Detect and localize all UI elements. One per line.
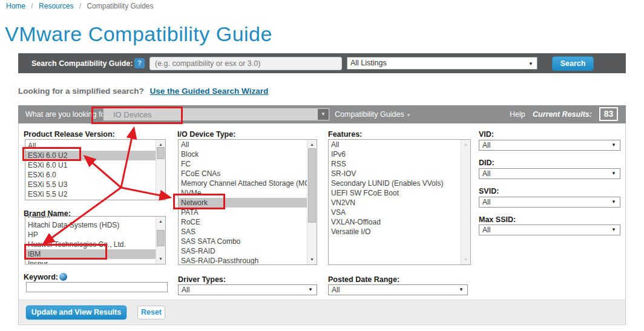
list-item[interactable]: ESXi 6.0 U1 [25, 160, 156, 170]
list-item[interactable]: FC [179, 159, 307, 169]
list-item[interactable]: Hitachi [25, 216, 156, 220]
scroll-up-icon: ▲ [461, 140, 470, 149]
did-select[interactable]: All ▼ [479, 168, 620, 179]
list-item[interactable]: Hitachi Data Systems (HDS) [25, 220, 156, 230]
io-device-type-label: I/O Device Type: [177, 130, 235, 139]
page-title: VMware Compatibility Guide [5, 22, 272, 46]
scrollbar-thumb[interactable] [308, 148, 316, 223]
list-item[interactable]: IPv6 [329, 149, 461, 159]
scrollbar[interactable]: ▲ ▼ [307, 140, 317, 264]
features-listbox[interactable]: AllIPv6RSSSR-IOVSecondary LUNID (Enables… [328, 139, 471, 265]
filter-bar: What are you looking for: IO Devices ▼ C… [18, 105, 626, 123]
compatibility-guides-menu[interactable]: Compatibility Guides▾ [335, 110, 410, 119]
product-release-listbox[interactable]: AllESXi 6.0 U2ESXi 6.0 U1ESXi 6.0ESXi 5.… [25, 139, 166, 200]
breadcrumb-resources-link[interactable]: Resources [39, 2, 73, 10]
chevron-down-icon: ▾ [407, 112, 410, 118]
search-button[interactable]: Search [552, 56, 594, 71]
breadcrumb-separator: / [79, 2, 81, 10]
search-scope-select[interactable]: All Listings ▼ [347, 57, 537, 70]
breadcrumb-current: Compatibility Guides [87, 2, 153, 10]
vmware-compatibility-guide-page: Home / Resources / Compatibility Guides … [0, 0, 644, 331]
driver-types-select[interactable]: All ▼ [178, 284, 317, 295]
select-value: All [482, 226, 490, 234]
help-link[interactable]: Help [510, 110, 525, 119]
list-item[interactable]: FCoE CNAs [179, 169, 307, 179]
vid-select[interactable]: All ▼ [479, 140, 620, 151]
select-value: All [482, 141, 490, 149]
list-item[interactable]: ESXi 5.5 U2 [25, 189, 156, 199]
list-item[interactable]: Block [179, 149, 307, 159]
vid-label: VID: [479, 130, 494, 139]
list-item[interactable]: SR-IOV [329, 169, 461, 179]
list-item[interactable]: SAS-RAID-Passthrough [179, 256, 307, 265]
brand-name-listbox[interactable]: HitachiHitachi Data Systems (HDS)HPHuawe… [25, 216, 166, 264]
globe-help-icon[interactable] [59, 273, 67, 281]
io-device-type-listbox[interactable]: AllBlockFCFCoE CNAsMemory Channel Attach… [178, 139, 317, 265]
chevron-down-icon: ▼ [308, 285, 313, 295]
list-item[interactable]: Inspur [25, 259, 156, 264]
keyword-input[interactable] [26, 282, 168, 292]
scroll-down-icon[interactable]: ▼ [307, 255, 317, 264]
list-item[interactable]: SAS [179, 227, 307, 237]
scroll-up-icon[interactable]: ▲ [156, 217, 165, 226]
list-item[interactable]: All [179, 140, 307, 149]
scroll-up-icon[interactable]: ▲ [307, 140, 317, 149]
reset-button[interactable]: Reset [137, 306, 165, 320]
list-item[interactable]: SAS SATA Combo [179, 237, 307, 246]
scrollbar[interactable]: ▲ ▼ [156, 217, 165, 264]
scrollbar: ▲ ▼ [461, 140, 470, 264]
list-item[interactable]: NVMe [179, 188, 307, 198]
list-item[interactable]: VSA [329, 208, 461, 217]
posted-date-range-label: Posted Date Range: [328, 275, 399, 284]
scrollbar-thumb[interactable] [157, 147, 165, 159]
list-item[interactable]: Versatile I/O [329, 227, 461, 237]
list-item[interactable]: IBM [25, 249, 156, 259]
svid-select[interactable]: All ▼ [479, 197, 620, 208]
posted-date-range-select[interactable]: All ▼ [328, 284, 468, 295]
list-item[interactable]: Secondary LUNID (Enables VVols) [329, 179, 461, 188]
update-and-view-results-button[interactable]: Update and View Results [26, 306, 126, 320]
scroll-down-icon: ▼ [461, 255, 470, 264]
filters-panel: Product Release Version: AllESXi 6.0 U2E… [18, 123, 626, 325]
list-item[interactable]: UEFI SW FCoE Boot [329, 188, 461, 198]
select-value: All [332, 286, 340, 294]
list-item[interactable]: Network [179, 198, 307, 208]
list-item[interactable]: ESXi 6.0 [25, 170, 156, 180]
list-item[interactable]: ESXi 5.5 U3 [25, 180, 156, 189]
product-release-label: Product Release Version: [24, 130, 115, 139]
driver-types-label: Driver Types: [178, 275, 226, 284]
help-icon[interactable]: ? [134, 58, 145, 68]
list-item[interactable]: ESXi 6.0 U2 [25, 151, 156, 160]
search-toolbar: Search Compatibility Guide: ? All Listin… [18, 53, 626, 73]
list-item[interactable]: SAS-RAID [179, 246, 307, 256]
list-item[interactable]: All [25, 141, 156, 151]
list-item[interactable]: VXLAN-Offload [329, 217, 461, 227]
scroll-down-icon[interactable]: ▼ [156, 191, 165, 199]
list-item[interactable]: VN2VN [329, 198, 461, 208]
scroll-down-icon[interactable]: ▼ [156, 255, 165, 263]
scrollbar[interactable]: ▲ ▼ [156, 140, 165, 200]
scrollbar-thumb[interactable] [157, 230, 165, 246]
current-results-count: 83 [599, 107, 618, 121]
search-input[interactable] [150, 57, 342, 70]
breadcrumb: Home / Resources / Compatibility Guides [6, 2, 153, 10]
list-item[interactable]: RoCE [179, 217, 307, 227]
looking-for-dropdown[interactable]: IO Devices ▼ [103, 108, 330, 121]
guided-search-wizard-link[interactable]: Use the Guided Search Wizard [150, 87, 269, 96]
chevron-down-icon: ▼ [611, 140, 616, 150]
breadcrumb-home-link[interactable]: Home [6, 2, 25, 10]
keyword-label: Keyword: [24, 273, 67, 281]
list-item[interactable]: PATA [179, 208, 307, 217]
chevron-down-icon: ▼ [459, 285, 464, 295]
chevron-down-icon: ▼ [611, 197, 616, 207]
list-item[interactable]: HP [25, 230, 156, 240]
looking-for-label: What are you looking for: [25, 110, 110, 119]
list-item[interactable]: Huawei Technologies Co., Ltd. [25, 240, 156, 249]
chevron-down-icon: ▼ [611, 225, 616, 235]
list-item[interactable]: All [329, 140, 461, 149]
keyword-label-text: Keyword: [24, 273, 58, 281]
chevron-down-icon[interactable]: ▼ [318, 109, 329, 120]
list-item[interactable]: RSS [329, 159, 461, 169]
list-item[interactable]: Memory Channel Attached Storage (MCA [179, 179, 307, 188]
max-ssid-select[interactable]: All ▼ [479, 224, 620, 235]
